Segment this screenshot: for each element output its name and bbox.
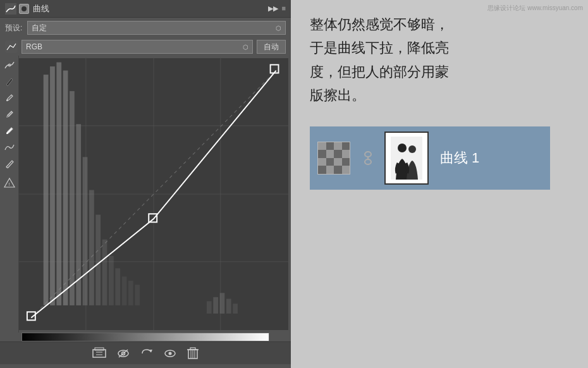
svg-rect-30 — [135, 285, 140, 305]
svg-rect-40 — [93, 350, 106, 357]
delete-icon[interactable] — [187, 347, 199, 360]
graph-area[interactable] — [19, 58, 288, 330]
panel-title: 曲线 — [33, 3, 49, 15]
svg-rect-35 — [233, 304, 238, 314]
curves-graph — [19, 58, 288, 330]
svg-rect-23 — [89, 190, 94, 305]
svg-rect-1 — [5, 40, 18, 53]
svg-rect-29 — [128, 281, 133, 305]
auto-button[interactable]: 自动 — [257, 40, 286, 54]
svg-text:!: ! — [8, 181, 9, 187]
svg-point-56 — [365, 159, 371, 164]
channel-value: RGB — [26, 42, 243, 51]
svg-rect-18 — [56, 63, 61, 305]
menu-icon[interactable]: ≡ — [282, 4, 286, 13]
tool-pencil[interactable] — [3, 157, 16, 171]
svg-point-4 — [6, 99, 8, 101]
svg-rect-32 — [213, 297, 218, 314]
svg-rect-31 — [207, 301, 212, 314]
svg-rect-34 — [226, 298, 231, 313]
channel-icon — [5, 40, 18, 53]
tool-eyedropper-white[interactable] — [3, 124, 16, 138]
svg-rect-19 — [63, 71, 68, 305]
toolbar-row: RGB ⬡ 自动 — [0, 38, 291, 56]
collapse-icon[interactable]: ▶▶ — [268, 4, 278, 13]
svg-rect-27 — [115, 268, 120, 305]
svg-rect-16 — [44, 75, 49, 305]
panel-header-icons: ▶▶ ≡ — [268, 4, 286, 13]
reset-icon[interactable] — [140, 347, 153, 360]
eye-toggle-icon[interactable] — [163, 347, 177, 360]
svg-rect-54 — [190, 348, 195, 350]
curves-thumb-grid — [317, 142, 350, 175]
svg-point-48 — [169, 352, 172, 355]
svg-point-60 — [408, 145, 416, 153]
svg-point-59 — [398, 144, 407, 152]
svg-point-6 — [6, 132, 8, 134]
svg-rect-26 — [109, 256, 114, 305]
svg-rect-17 — [50, 66, 55, 305]
chain-link-icon — [358, 149, 378, 167]
svg-rect-28 — [122, 276, 127, 305]
layer-label: 曲线 1 — [440, 149, 479, 168]
svg-rect-33 — [220, 293, 225, 314]
svg-rect-22 — [83, 157, 88, 305]
gradient-bar — [21, 333, 269, 341]
bottom-toolbar — [0, 341, 291, 364]
tool-eyedropper-black[interactable] — [3, 91, 16, 105]
svg-rect-25 — [102, 240, 107, 305]
right-panel: 思缘设计论坛 www.missyuan.com 整体仍然感觉不够暗， 于是曲线下… — [291, 0, 588, 368]
preset-dropdown[interactable]: 自定 ⬡ — [27, 21, 286, 35]
main-area: ! — [0, 56, 291, 333]
curves-header-icon — [5, 3, 16, 15]
channel-arrow-icon: ⬡ — [243, 44, 248, 51]
channel-dropdown[interactable]: RGB ⬡ — [21, 40, 253, 54]
people-silhouette — [391, 137, 422, 180]
tool-sidebar: ! — [0, 56, 19, 333]
tool-warning[interactable]: ! — [3, 176, 16, 190]
preset-value: 自定 — [32, 23, 276, 34]
description-text: 整体仍然感觉不够暗， 于是曲线下拉，降低亮 度，但把人的部分用蒙 版擦出。 — [310, 13, 569, 107]
tool-draw-black[interactable] — [3, 75, 16, 89]
layer-visibility-icon[interactable] — [19, 4, 29, 14]
watermark: 思缘设计论坛 www.missyuan.com — [487, 4, 583, 13]
layer-image-thumb — [386, 133, 427, 183]
tool-smooth-curve[interactable] — [3, 140, 16, 154]
svg-rect-24 — [95, 215, 101, 305]
panel-header: 曲线 ▶▶ ≡ — [0, 0, 291, 18]
svg-point-55 — [365, 152, 371, 157]
layer-preview: 曲线 1 — [310, 126, 550, 190]
svg-point-5 — [6, 116, 8, 118]
clip-to-layer-icon[interactable] — [92, 347, 106, 360]
svg-rect-20 — [70, 91, 75, 305]
tool-select[interactable] — [3, 58, 16, 72]
preset-arrow-icon: ⬡ — [276, 25, 281, 32]
tool-eyedropper-mid[interactable] — [3, 107, 16, 121]
preset-label: 预设: — [5, 23, 22, 34]
visibility-icon[interactable] — [116, 347, 130, 360]
preset-row: 预设: 自定 ⬡ — [0, 18, 291, 38]
left-panel: 曲线 ▶▶ ≡ 预设: 自定 ⬡ RGB ⬡ 自动 — [0, 0, 291, 368]
